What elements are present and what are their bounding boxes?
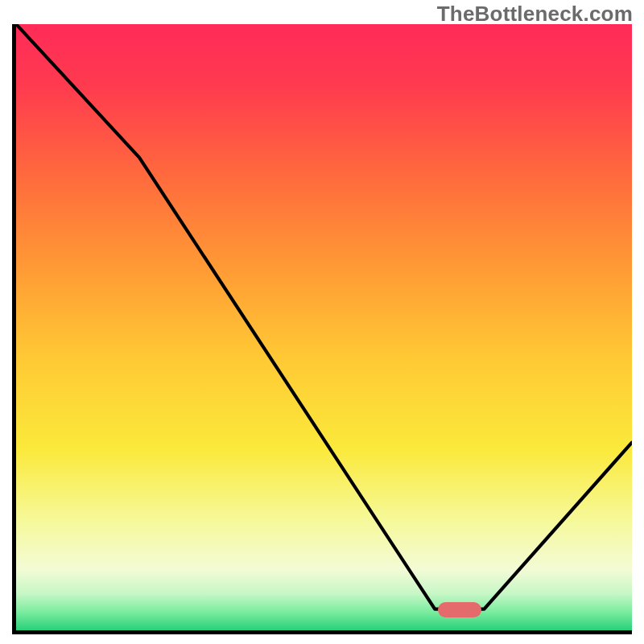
watermark-text: TheBottleneck.com bbox=[437, 2, 633, 27]
bottleneck-curve bbox=[16, 24, 632, 609]
optimal-range-marker bbox=[438, 602, 481, 618]
chart-svg bbox=[16, 24, 632, 630]
chart-plot-area bbox=[16, 24, 632, 630]
chart-frame bbox=[12, 24, 632, 634]
